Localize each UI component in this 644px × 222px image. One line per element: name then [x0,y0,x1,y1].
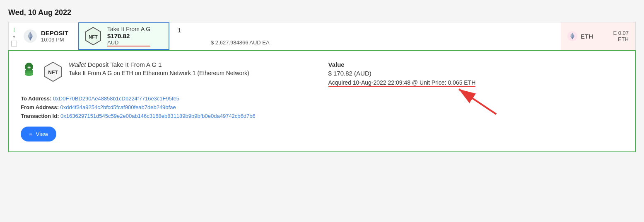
row-controls: ↓ ▼ [9,22,19,50]
detail-title-italic: Wallet [69,61,86,68]
nft-details: Take It From A G $170.82 AUD [107,26,150,46]
detail-description: Wallet Deposit Take It From A G 1 Take I… [69,61,316,76]
detail-left: + NFT Wallet Deposit Take It From A G 1 … [21,61,316,87]
detail-right: Value $ 170.82 (AUD) Acquired 10-Aug-202… [328,61,624,87]
to-address-value: 0xD0F70BD290Ae48858b1cDb224f7716e3c1F95f… [53,95,179,102]
nft-name: Take It From A G [107,26,150,32]
detail-top: + NFT Wallet Deposit Take It From A G 1 … [21,61,623,87]
eth-amount-col: E 0.07 ETH [613,30,629,42]
page-container: Wed, 10 Aug 2022 ↓ ▼ DEPOSIT 10:09 PM [8,8,636,152]
address-section: To Address: 0xD0F70BD290Ae48858b1cDb224f… [21,95,623,119]
quantity-cell: 1 [169,22,203,50]
to-address-line: To Address: 0xD0F70BD290Ae48858b1cDb224f… [21,95,623,102]
tx-id-line: Transaction Id: 0x1636297151d545c59e2e00… [21,113,623,119]
transaction-row: ↓ ▼ DEPOSIT 10:09 PM NFT Ta [8,22,636,50]
nft-hex-icon: NFT [83,26,103,46]
eth-currency-cell: ETH E 0.07 ETH [561,22,635,50]
collapse-icon[interactable]: ▼ [12,34,16,39]
eth-currency-name: ETH [581,33,610,40]
nft-currency: AUD [107,39,150,46]
tx-id-label: Transaction Id: [21,113,59,119]
row-checkbox[interactable] [11,41,17,46]
from-address-label: From Address: [21,104,59,110]
eth-amount: E 0.07 [613,30,629,36]
deposit-arrow-icon: ↓ [12,26,16,33]
detail-panel: + NFT Wallet Deposit Take It From A G 1 … [8,50,636,152]
date-header: Wed, 10 Aug 2022 [8,8,636,17]
from-address-line: From Address: 0xdd4f34a9254c2bfcd5fcaf90… [21,104,623,110]
svg-text:NFT: NFT [89,34,98,39]
deposit-time: 10:09 PM [41,37,72,43]
svg-text:NFT: NFT [48,70,58,76]
view-button[interactable]: ≡ View [21,127,56,141]
tx-id-value: 0x1636297151d545c59e2e00ab146c3168eb8311… [60,113,256,119]
detail-subtitle: Take It From A G on ETH on Ethereum Netw… [69,70,316,76]
to-address-label: To Address: [21,95,51,102]
value-amount: $ 170.82 (AUD) [328,70,624,77]
price-ea-cell: $ 2,627.984866 AUD EA [203,22,278,50]
detail-title: Wallet Deposit Take It From A G 1 [69,61,316,68]
quantity-value: 1 [178,27,181,34]
eth-small-icon [567,31,577,41]
value-label: Value [328,61,624,68]
nft-price: $170.82 [107,32,150,39]
eth-unit: ETH [618,36,629,42]
deposit-info: DEPOSIT 10:09 PM [41,22,78,50]
detail-title-rest: Deposit Take It From A G 1 [86,61,162,68]
arrow-annotation: Acquired 10-Aug-2022 22:09:48 @ Unit Pri… [328,79,476,87]
eth-icon-cell [19,22,41,50]
eth-logo-icon [24,29,37,43]
view-button-label: View [36,131,48,137]
coin-stack-icon: + [21,61,37,78]
svg-point-16 [25,73,33,76]
nft-cell[interactable]: NFT Take It From A G $170.82 AUD [78,22,169,50]
deposit-label: DEPOSIT [41,29,72,37]
from-address-value: 0xdd4f34a9254c2bfcd5fcaf900feab7deb249bf… [60,104,176,110]
detail-nft-hex-icon: NFT [42,61,64,83]
menu-icon: ≡ [29,131,32,137]
acquired-line: Acquired 10-Aug-2022 22:09:48 @ Unit Pri… [328,79,476,87]
price-ea: $ 2,627.984866 AUD EA [211,39,270,46]
